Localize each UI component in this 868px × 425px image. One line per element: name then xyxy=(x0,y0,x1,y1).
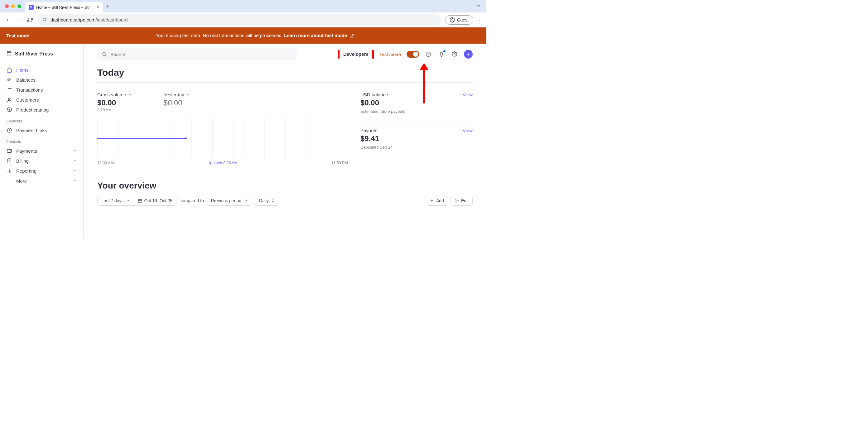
calendar-icon xyxy=(138,198,143,203)
date-range-button[interactable]: Oct 19–Oct 25 xyxy=(134,196,176,205)
org-switcher[interactable]: Still River Press xyxy=(3,48,80,59)
overview-title: Your overview xyxy=(97,181,473,191)
forward-button[interactable] xyxy=(15,16,23,24)
box-icon xyxy=(6,107,12,112)
view-balance-link[interactable]: View xyxy=(463,92,473,97)
gross-volume-time: 8:28 AM xyxy=(97,108,132,112)
svg-point-10 xyxy=(8,98,10,100)
svg-point-35 xyxy=(456,200,457,201)
search-icon xyxy=(102,52,107,57)
notification-dot xyxy=(443,50,445,52)
site-settings-icon[interactable] xyxy=(42,17,48,23)
section-shortcuts: Shortcuts xyxy=(3,115,80,125)
chart-updated-label: Updated 8:28 AM xyxy=(207,161,238,165)
sort-icon xyxy=(271,198,275,203)
granularity-select[interactable]: Daily xyxy=(255,196,279,206)
sidebar-item-payment-links[interactable]: Payment Links xyxy=(3,125,80,135)
reload-button[interactable] xyxy=(26,16,34,24)
yesterday-value: $0.00 xyxy=(164,98,190,107)
svg-point-5 xyxy=(452,19,453,20)
bell-icon xyxy=(439,52,444,57)
page-title: Today xyxy=(97,67,473,83)
svg-point-0 xyxy=(43,18,44,19)
compare-period-select[interactable]: Previous period xyxy=(207,196,252,206)
minimize-window-button[interactable] xyxy=(11,4,15,8)
create-button[interactable] xyxy=(464,50,473,59)
chevron-down-icon xyxy=(244,198,248,203)
view-payouts-link[interactable]: View xyxy=(463,128,473,133)
home-icon xyxy=(6,67,12,73)
help-icon xyxy=(426,52,431,57)
sidebar-item-label: Product catalog xyxy=(16,107,49,112)
browser-tab[interactable]: S Home – Still River Press – Str × xyxy=(25,2,103,12)
maximize-window-button[interactable] xyxy=(18,4,21,8)
sidebar-item-label: More xyxy=(16,178,27,184)
notifications-button[interactable] xyxy=(438,51,445,58)
gear-icon xyxy=(452,52,457,57)
sidebar-item-label: Home xyxy=(16,67,29,73)
payouts-block: Payouts View $9.41 Deposited Sep 24 xyxy=(361,128,473,150)
svg-rect-29 xyxy=(138,199,142,202)
sidebar-item-label: Payment Links xyxy=(16,128,47,133)
chart-end-label: 11:59 PM xyxy=(331,161,348,165)
help-button[interactable] xyxy=(425,51,432,58)
sidebar-item-label: Reporting xyxy=(16,168,36,173)
compared-label: compared to xyxy=(180,198,204,203)
range-select[interactable]: Last 7 days xyxy=(98,196,134,205)
sidebar-item-billing[interactable]: Billing xyxy=(3,156,80,166)
sidebar-item-label: Balances xyxy=(16,77,35,83)
sidebar-item-more[interactable]: ⋯ More xyxy=(3,176,80,186)
payouts-sub: Deposited Sep 24 xyxy=(361,145,473,150)
yesterday-metric[interactable]: Yesterday $0.00 xyxy=(164,92,190,107)
wallet-icon xyxy=(6,148,12,154)
search-box[interactable] xyxy=(97,48,297,60)
chart-start-label: 12:00 AM xyxy=(97,161,114,165)
guest-label: Guest xyxy=(457,18,469,23)
edit-overview-button[interactable]: Edit xyxy=(451,196,473,206)
sidebar-item-label: Billing xyxy=(16,158,29,164)
svg-point-20 xyxy=(102,52,106,56)
close-tab-icon[interactable]: × xyxy=(96,4,99,10)
sidebar-item-customers[interactable]: Customers xyxy=(3,95,80,105)
sidebar-item-transactions[interactable]: Transactions xyxy=(3,85,80,95)
more-icon: ⋯ xyxy=(6,178,12,184)
sidebar-item-balances[interactable]: Balances xyxy=(3,75,80,85)
chart-line xyxy=(97,138,185,139)
chevron-down-icon xyxy=(186,93,190,97)
learn-more-link[interactable]: Learn more about test mode xyxy=(284,33,354,38)
search-input[interactable] xyxy=(111,52,292,57)
date-range-group: Last 7 days Oct 19–Oct 25 xyxy=(97,196,177,206)
sidebar-item-home[interactable]: Home xyxy=(3,65,80,75)
svg-point-24 xyxy=(454,54,456,55)
tab-title: Home – Still River Press – Str xyxy=(36,5,94,10)
back-button[interactable] xyxy=(4,16,11,24)
customers-icon xyxy=(6,97,12,102)
usd-balance-block: USD balance View $0.00 Estimated future … xyxy=(361,92,473,121)
section-products: Products xyxy=(3,135,80,146)
new-tab-button[interactable]: + xyxy=(106,3,110,10)
sidebar-item-payments[interactable]: Payments xyxy=(3,146,80,156)
sidebar-item-reporting[interactable]: Reporting xyxy=(3,166,80,176)
developers-link[interactable]: Developers xyxy=(340,47,372,61)
address-bar[interactable]: dashboard.stripe.com/test/dashboard xyxy=(37,14,441,26)
main-content: Developers Test mode Today xyxy=(84,44,486,239)
window-controls xyxy=(5,4,21,8)
external-link-icon xyxy=(349,34,354,38)
usd-balance-label: USD balance xyxy=(361,92,388,97)
test-mode-toggle[interactable] xyxy=(407,51,419,58)
close-window-button[interactable] xyxy=(5,4,9,8)
browser-menu-icon[interactable]: ⋮ xyxy=(477,17,483,23)
org-name: Still River Press xyxy=(15,51,53,57)
tabs-dropdown-icon[interactable] xyxy=(476,3,482,10)
clock-icon xyxy=(6,127,12,133)
profile-badge[interactable]: Guest xyxy=(445,15,473,25)
payouts-value: $9.41 xyxy=(361,134,473,143)
bar-chart-icon xyxy=(6,168,12,173)
test-mode-label: Test mode xyxy=(379,52,401,57)
gross-volume-metric[interactable]: Gross volume $0.00 8:28 AM xyxy=(97,92,132,112)
add-widget-button[interactable]: Add xyxy=(426,196,448,206)
svg-point-13 xyxy=(10,151,11,151)
settings-button[interactable] xyxy=(451,51,458,58)
chevron-down-icon xyxy=(73,178,77,184)
sidebar-item-product-catalog[interactable]: Product catalog xyxy=(3,105,80,115)
